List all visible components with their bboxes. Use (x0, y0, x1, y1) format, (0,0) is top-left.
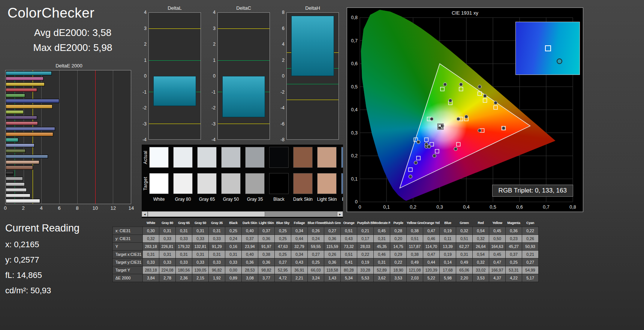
table-cell: 117,87 (407, 243, 423, 251)
col-header: Blue Flower (308, 219, 324, 227)
actual-swatch-dark-skin (293, 147, 313, 168)
table-cell: 5,53 (357, 274, 374, 282)
y-tick-label: 0 (144, 73, 147, 79)
scrollbar-thumb[interactable] (148, 211, 265, 217)
scroll-right-button[interactable]: ► (337, 211, 343, 217)
bar-red (6, 88, 37, 92)
table-cell: 36,91 (291, 266, 308, 274)
table-cell: 2,20 (456, 274, 473, 282)
bar-blue-flower (6, 143, 34, 147)
bar-gray-65 (6, 188, 27, 192)
deltah-plot-area (286, 12, 339, 140)
table-cell: 0,54 (473, 227, 489, 235)
measured-marker (430, 117, 433, 121)
delta-value-bar (291, 16, 334, 76)
table-cell: 33,28 (357, 266, 374, 274)
table-cell: 54,99 (522, 266, 539, 274)
scroll-left-button[interactable]: ◄ (142, 211, 148, 217)
swatch-label: Gray 65 (196, 197, 218, 202)
col-header: Gray 65 (176, 219, 192, 227)
table-cell: 0,44 (423, 258, 440, 266)
table-row: Target x:CIE310,310,310,310,310,310,310,… (113, 251, 539, 258)
row-label: Target x:CIE31 (113, 251, 143, 258)
col-header: Foliage (291, 219, 308, 227)
col-header: Purplish Blue (357, 219, 374, 227)
table-cell: 0,25 (275, 227, 291, 235)
reference-line (218, 124, 270, 124)
y-tick-label: -4 (142, 137, 147, 142)
table-cell: 0,49 (456, 258, 473, 266)
table-cell: 3,24 (308, 274, 324, 282)
x-tick-label: 0 (4, 205, 6, 211)
deltah-y-axis: 86420-2-4-6-8 (276, 12, 286, 140)
table-cell: 0,24 (225, 235, 242, 243)
reference-line (149, 124, 201, 124)
measured-marker (465, 115, 468, 118)
measured-marker (454, 147, 457, 151)
measured-marker (417, 140, 420, 144)
table-cell: 0,54 (473, 251, 489, 258)
target-marker (483, 99, 487, 102)
deltae2000-chart: DeltaE 2000 02468101214 (5, 63, 133, 211)
table-cell: 0,33 (176, 258, 192, 266)
row-label: y: CIE31 (113, 235, 143, 243)
table-cell: 114,70 (423, 243, 440, 251)
y-tick-label: 2 (213, 42, 216, 47)
table-cell: 132,81 (192, 243, 209, 251)
deltac-y-axis: 43210-1-2-3-4 (207, 12, 217, 140)
rgb-triplet-label: RGB Triplet: 0, 133, 163 (492, 185, 573, 197)
table-cell: 66,03 (308, 266, 324, 274)
table-cell: 0,47 (423, 227, 440, 235)
x-tick-label: 6 (58, 205, 60, 211)
table-cell: 0,31 (209, 251, 225, 258)
measurement-table: WhiteGray 80Gray 65Gray 50Gray 35BlackDa… (112, 219, 539, 282)
deltal-chart: DeltaL 43210-1-2-3-4 (138, 5, 201, 140)
table-cell: 5,17 (522, 274, 539, 282)
measured-marker (409, 175, 412, 178)
table-cell: 0,46 (374, 251, 390, 258)
gridline (41, 70, 42, 204)
bar-orange (6, 132, 53, 136)
table-cell: 0,25 (308, 258, 324, 266)
table-cell: 3,08 (242, 274, 258, 282)
table-cell: 0,33 (209, 258, 225, 266)
target-marker (435, 149, 439, 153)
scrollbar-track[interactable] (148, 211, 337, 217)
table-cell: 4,22 (506, 274, 522, 282)
deltal-y-axis: 43210-1-2-3-4 (138, 12, 148, 140)
measured-marker (449, 99, 452, 102)
reference-line (95, 70, 96, 204)
table-cell: 14,75 (390, 243, 407, 251)
table-cell: 28,03 (357, 243, 374, 251)
swatch-label: Blue Sky (340, 197, 343, 202)
bar-green (6, 94, 25, 97)
table-cell: 0,33 (192, 235, 209, 243)
measured-marker (433, 154, 436, 158)
table-cell: 1,43 (324, 274, 341, 282)
table-cell: 0,33 (159, 258, 176, 266)
deltae-x-axis: 02468101214 (5, 205, 131, 211)
table-cell: 47,63 (275, 243, 291, 251)
deltac-chart: DeltaC 43210-1-2-3-4 (207, 5, 270, 140)
bar-white (6, 199, 40, 203)
table-cell: 0,36 (324, 235, 341, 243)
table-cell: 0,34 (291, 251, 308, 258)
col-header: Light Skin (258, 219, 275, 227)
table-cell: 2,15 (192, 274, 209, 282)
measured-marker (457, 117, 460, 121)
table-cell: 3,77 (258, 274, 275, 282)
y-tick-label: 3 (213, 26, 216, 31)
target-marker (457, 142, 460, 146)
table-row: Target y:CIE310,330,330,330,330,330,330,… (113, 258, 539, 266)
target-swatch-gray-65 (197, 173, 217, 194)
actual-swatch-gray-80 (173, 147, 193, 168)
table-cell: 0,25 (275, 251, 291, 258)
x-tick-label: 10 (93, 205, 98, 211)
table-cell: 0,32 (143, 235, 159, 243)
col-header: Gray 80 (159, 219, 176, 227)
table-cell: 0,31 (143, 251, 159, 258)
swatch-scrollbar[interactable]: ◄ ► (142, 211, 343, 217)
col-header: Magenta (506, 219, 522, 227)
table-row: ΔE 20003,842,782,362,151,920,893,083,774… (113, 274, 539, 282)
col-header: Gray 35 (209, 219, 225, 227)
